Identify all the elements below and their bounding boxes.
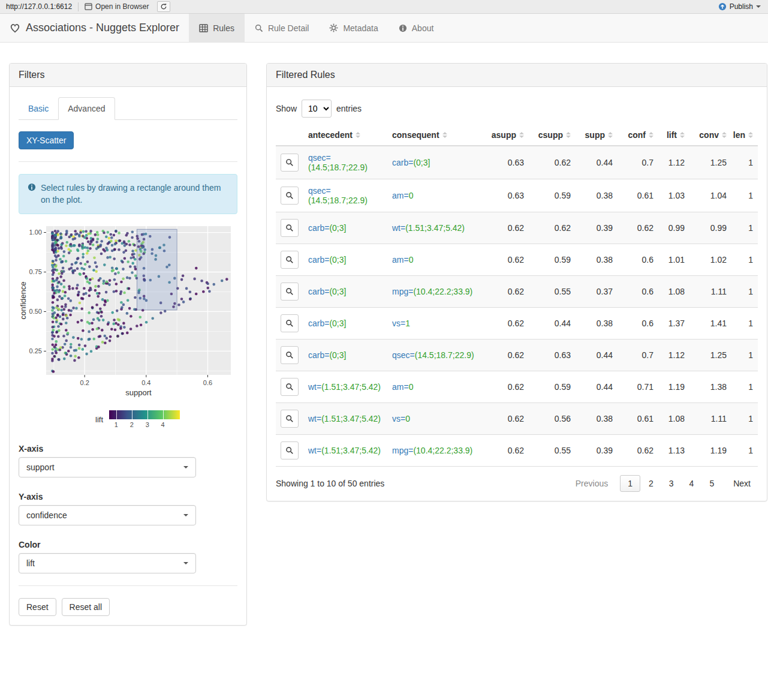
chevron-down-icon [183, 466, 188, 468]
antecedent-cell: carb=(0;3] [303, 340, 387, 371]
supp-cell: 0.39 [576, 212, 618, 244]
tab-rule-detail-label: Rule Detail [268, 23, 309, 33]
xy-scatter-button[interactable]: XY-Scatter [19, 131, 74, 149]
filters-panel-title: Filters [10, 64, 246, 87]
reset-all-button[interactable]: Reset all [62, 598, 110, 616]
colorbar-tick-label: 1 [115, 421, 118, 428]
view-rule-button[interactable] [281, 378, 299, 396]
page-length-select[interactable]: 10 [302, 100, 332, 118]
len-cell: 1 [731, 212, 758, 244]
pagination-next[interactable]: Next [726, 476, 758, 491]
tab-rules-label: Rules [213, 23, 234, 33]
search-icon [285, 287, 294, 296]
selection-brush[interactable] [137, 229, 177, 310]
csupp-cell: 0.59 [529, 371, 576, 403]
pagination-page-5[interactable]: 5 [702, 476, 721, 491]
consequent-cell: am=0 [387, 244, 482, 276]
antecedent-value: (14.5;18.7;22.9) [308, 163, 368, 172]
scatter-plot[interactable]: 0.20.40.60.250.500.751.00 support confid… [19, 221, 237, 429]
pagination-page-4[interactable]: 4 [682, 476, 701, 491]
consequent-cell: wt=(1.51;3.47;5.42) [387, 212, 482, 244]
antecedent-cell: carb=(0;3] [303, 212, 387, 244]
consequent-attribute: mpg= [392, 446, 413, 455]
filters-tab-basic[interactable]: Basic [19, 97, 58, 120]
svg-text:0.50: 0.50 [29, 308, 42, 315]
view-rule-button[interactable] [281, 187, 299, 205]
col-supp[interactable]: supp [576, 125, 618, 146]
tab-rule-detail[interactable]: Rule Detail [245, 14, 319, 42]
antecedent-value: (0;3] [329, 350, 346, 360]
x-axis-select[interactable]: support [19, 457, 196, 477]
consequent-value: (10.4;22.2;33.9) [413, 287, 472, 296]
view-rule-button[interactable] [281, 219, 299, 237]
len-cell: 1 [731, 146, 758, 179]
browser-window-icon [85, 3, 92, 10]
col-conf[interactable]: conf [618, 125, 658, 146]
sort-icon [722, 132, 727, 138]
lift-cell: 1.12 [658, 146, 689, 179]
col-conv[interactable]: conv [689, 125, 731, 146]
sort-icon [748, 132, 753, 138]
col-len[interactable]: len [731, 125, 758, 146]
consequent-attribute: qsec= [392, 350, 415, 360]
view-rule-button[interactable] [281, 314, 299, 332]
pagination-page-1[interactable]: 1 [620, 475, 640, 492]
view-rule-button[interactable] [281, 410, 299, 428]
consequent-value: 0 [409, 382, 414, 392]
publish-label: Publish [730, 2, 753, 11]
col-antecedent[interactable]: antecedent [303, 125, 387, 146]
consequent-attribute: am= [392, 382, 409, 392]
csupp-cell: 0.63 [529, 340, 576, 371]
pagination-page-3[interactable]: 3 [662, 476, 681, 491]
consequent-cell: qsec=(14.5;18.7;22.9) [387, 340, 482, 371]
publish-icon [718, 2, 727, 11]
filters-tabs: Basic Advanced [19, 97, 237, 120]
conv-cell: 1.41 [689, 308, 731, 340]
antecedent-value: (0;3] [329, 223, 346, 233]
antecedent-cell: wt=(1.51;3.47;5.42) [303, 403, 387, 435]
col-csupp[interactable]: csupp [529, 125, 576, 146]
col-lift[interactable]: lift [658, 125, 689, 146]
y-axis-select[interactable]: confidence [19, 505, 196, 525]
pagination: Previous 1 2 3 4 5 Next [568, 475, 758, 492]
lift-cell: 0.99 [658, 212, 689, 244]
reset-button[interactable]: Reset [19, 598, 56, 616]
view-rule-button[interactable] [281, 441, 299, 459]
color-select[interactable]: lift [19, 553, 196, 573]
sort-icon [519, 132, 524, 138]
app-title: Associations - Nuggets Explorer [26, 22, 179, 34]
col-consequent[interactable]: consequent [387, 125, 482, 146]
refresh-app-button[interactable] [157, 1, 170, 12]
filters-tab-advanced[interactable]: Advanced [58, 97, 115, 120]
sort-icon [566, 132, 571, 138]
antecedent-cell: wt=(1.51;3.47;5.42) [303, 371, 387, 403]
open-in-browser-button[interactable]: Open in Browser [80, 2, 153, 11]
view-rule-button[interactable] [281, 283, 299, 301]
antecedent-attribute: carb= [308, 223, 329, 233]
conv-cell: 1.11 [689, 403, 731, 435]
tab-about[interactable]: About [388, 14, 444, 42]
pagination-previous[interactable]: Previous [568, 476, 615, 491]
colorbar-tick [147, 410, 148, 419]
col-asupp[interactable]: asupp [482, 125, 529, 146]
len-cell: 1 [731, 340, 758, 371]
consequent-cell: vs=1 [387, 308, 482, 340]
tab-metadata[interactable]: Metadata [319, 14, 388, 42]
asupp-cell: 0.62 [482, 340, 529, 371]
asupp-cell: 0.62 [482, 212, 529, 244]
svg-text:0.2: 0.2 [80, 379, 89, 386]
view-rule-button[interactable] [281, 154, 299, 172]
csupp-cell: 0.62 [529, 146, 576, 179]
tab-rules[interactable]: Rules [189, 14, 245, 42]
len-cell: 1 [731, 276, 758, 308]
csupp-cell: 0.55 [529, 435, 576, 467]
filtered-rules-title: Filtered Rules [267, 64, 767, 87]
pagination-page-2[interactable]: 2 [641, 476, 661, 491]
view-rule-button[interactable] [281, 346, 299, 364]
view-rule-button[interactable] [281, 251, 299, 269]
publish-button[interactable]: Publish [715, 2, 764, 11]
antecedent-attribute: wt= [308, 382, 321, 392]
color-legend-label: lift [95, 415, 103, 424]
scatter-plot-svg[interactable]: 0.20.40.60.250.500.751.00 support confid… [19, 221, 237, 400]
view-column-header [276, 125, 303, 146]
